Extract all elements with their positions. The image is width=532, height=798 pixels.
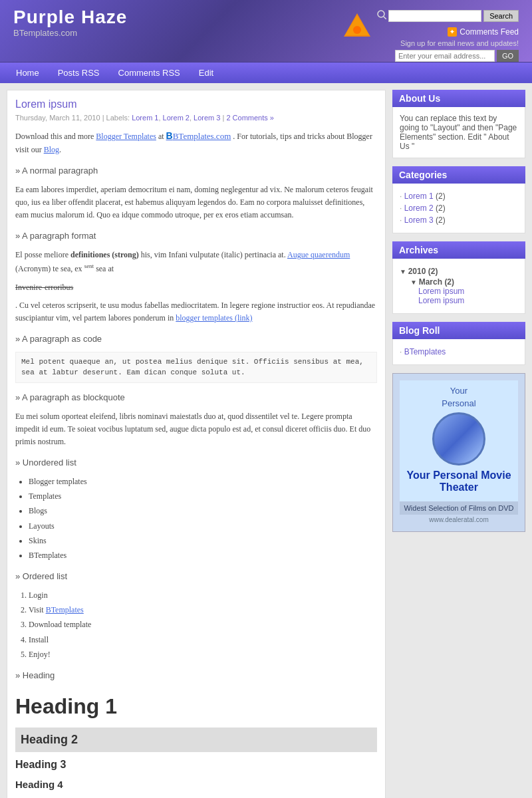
category-item: Lorem 1 (2) — [400, 190, 518, 202]
search-button[interactable]: Search — [483, 10, 519, 22]
category-link-2[interactable]: Lorem 2 — [404, 203, 434, 213]
dvd-image — [432, 412, 485, 466]
svg-line-4 — [384, 17, 386, 19]
site-subtitle: BTemplates.com — [13, 28, 337, 38]
section-ol: » Ordered list — [15, 570, 377, 584]
ad-widget: Your Personal Your Personal Movie Theate… — [392, 373, 525, 532]
ol-item-visit: Visit BTemplates — [29, 604, 377, 616]
header-right: Search ✦ Comments Feed Sign up for email… — [377, 7, 519, 62]
para-format-2: . Cu vel ceteros scripserit, te usu modu… — [15, 299, 377, 325]
nav-link-comments-rss[interactable]: Comments RSS — [109, 63, 190, 83]
main-content: Lorem ipsum Thursday, March 11, 2010 | L… — [7, 90, 386, 798]
archives-year[interactable]: 2010 (2) — [400, 267, 438, 276]
archives-content: 2010 (2) March (2) Lorem ipsum Lorem ips… — [392, 259, 525, 314]
category-count-3: (2) — [436, 215, 446, 225]
archives-post-link-1[interactable]: Lorem ipsum — [418, 287, 464, 296]
btemplates-logo-text: BTemplates.com — [173, 131, 231, 141]
section-ul: » Unordered list — [15, 456, 377, 470]
rss-feed-link[interactable]: Comments Feed — [460, 27, 519, 37]
category-link-1[interactable]: Lorem 1 — [404, 192, 434, 201]
btemplates-logo: B — [166, 130, 173, 141]
blogroll-link-1[interactable]: BTemplates — [404, 347, 446, 356]
about-title: About Us — [392, 90, 525, 107]
post-labels-prefix: Labels: — [106, 114, 130, 122]
nav-item-comments-rss[interactable]: Comments RSS — [109, 63, 190, 83]
strike-para: Invenire-erroribus — [15, 281, 377, 294]
post-label-3[interactable]: Lorem 3 — [194, 114, 220, 122]
strikethrough-text: Invenire-erroribus — [15, 283, 73, 292]
category-item: Lorem 2 (2) — [400, 202, 518, 214]
heading-2: Heading 2 — [15, 728, 377, 752]
nav-list: Home Posts RSS Comments RSS Edit — [0, 63, 532, 83]
nav-link-home[interactable]: Home — [7, 63, 49, 83]
search-input[interactable] — [388, 10, 481, 22]
post-body: Download this and more Blogger Templates… — [15, 128, 377, 798]
code-block: Mel potent quaeque an, ut postea melius … — [15, 352, 377, 383]
nav-item-posts-rss[interactable]: Posts RSS — [49, 63, 109, 83]
blogger-templates-link-2[interactable]: blogger templates (link) — [176, 313, 252, 323]
blogroll-title: Blog Roll — [392, 322, 525, 339]
heading-3: Heading 3 — [15, 756, 377, 773]
ad-title: Your Personal Movie Theater — [405, 469, 513, 493]
blogger-templates-link[interactable]: Blogger Templates — [96, 132, 156, 141]
list-item: Templates — [29, 490, 377, 503]
section-normal: » A normal paragraph — [15, 164, 377, 178]
nav-link-posts-rss[interactable]: Posts RSS — [49, 63, 109, 83]
archives-post-1: Lorem ipsum — [400, 287, 518, 296]
archives-post-link-2[interactable]: Lorem ipsum — [418, 296, 464, 305]
section-code: » A paragraph as code — [15, 332, 377, 346]
categories-title: Categories — [392, 166, 525, 184]
blog-post: Lorem ipsum Thursday, March 11, 2010 | L… — [7, 90, 386, 798]
sidebar: About Us You can replace this text by go… — [392, 90, 525, 798]
nav-item-home[interactable]: Home — [7, 63, 49, 83]
category-link-3[interactable]: Lorem 3 — [404, 215, 434, 225]
category-item: Lorem 3 (2) — [400, 214, 518, 226]
section-para-format: » A paragraph format — [15, 229, 377, 243]
list-item: Blogs — [29, 505, 377, 517]
btemplates-link[interactable]: BBTemplates.com — [166, 132, 231, 141]
ol-item-enjoy: Enjoy! — [29, 648, 377, 661]
about-content: You can replace this text by going to "L… — [392, 107, 525, 158]
email-form: GO — [395, 50, 519, 62]
header-left: Purple Haze BTemplates.com — [13, 7, 337, 38]
ad-block: Your Personal Your Personal Movie Theate… — [392, 373, 525, 532]
go-button[interactable]: GO — [497, 50, 519, 62]
archives-title: Archives — [392, 241, 525, 259]
ad-inner: Your Personal Your Personal Movie Theate… — [400, 380, 518, 501]
svg-point-2 — [353, 26, 361, 34]
search-area: Search — [377, 10, 519, 22]
search-icon — [377, 10, 386, 22]
category-count-1: (2) — [436, 192, 446, 201]
archives-post-2: Lorem ipsum — [400, 296, 518, 305]
svg-point-3 — [378, 11, 384, 17]
heading-4: Heading 4 — [15, 777, 377, 793]
email-signup-label: Sign up for email news and updates! — [400, 39, 519, 47]
blog-link[interactable]: Blog — [44, 145, 59, 154]
categories-widget: Categories Lorem 1 (2) Lorem 2 (2) Lorem… — [392, 166, 525, 233]
email-input[interactable] — [395, 50, 495, 62]
augue-link[interactable]: Augue quaerendum — [287, 250, 350, 259]
nav-item-edit[interactable]: Edit — [190, 63, 223, 83]
list-item: Skins — [29, 535, 377, 547]
archives-month-item: March (2) Lorem ipsum Lorem ipsum — [400, 277, 518, 305]
list-item: Layouts — [29, 520, 377, 533]
site-logo — [337, 7, 377, 47]
post-intro: Download this and more Blogger Templates… — [15, 128, 377, 156]
categories-list: Lorem 1 (2) Lorem 2 (2) Lorem 3 (2) — [400, 190, 518, 226]
post-comments-link[interactable]: 2 Comments » — [226, 114, 274, 122]
ad-footer: www.dealeratal.com — [428, 515, 489, 525]
rss-feed-line: ✦ Comments Feed — [448, 27, 519, 37]
ol-item-login: Login — [29, 589, 377, 602]
para-format-paragraph: El posse meliore definitiones (strong) h… — [15, 249, 377, 275]
superscript: sent — [84, 263, 94, 269]
archives-year-item: 2010 (2) March (2) Lorem ipsum Lorem ips… — [400, 267, 518, 305]
post-label-2[interactable]: Lorem 2 — [163, 114, 190, 122]
archives-widget: Archives 2010 (2) March (2) Lorem ipsum — [392, 241, 525, 314]
about-text: You can replace this text by going to "L… — [400, 114, 518, 151]
ol-item-download: Download template — [29, 618, 377, 631]
about-widget: About Us You can replace this text by go… — [392, 90, 525, 158]
archives-month[interactable]: March (2) — [400, 277, 454, 287]
btemplates-ol-link[interactable]: BTemplates — [46, 605, 84, 614]
nav-link-edit[interactable]: Edit — [190, 63, 223, 83]
post-label-1[interactable]: Lorem 1 — [132, 114, 158, 122]
